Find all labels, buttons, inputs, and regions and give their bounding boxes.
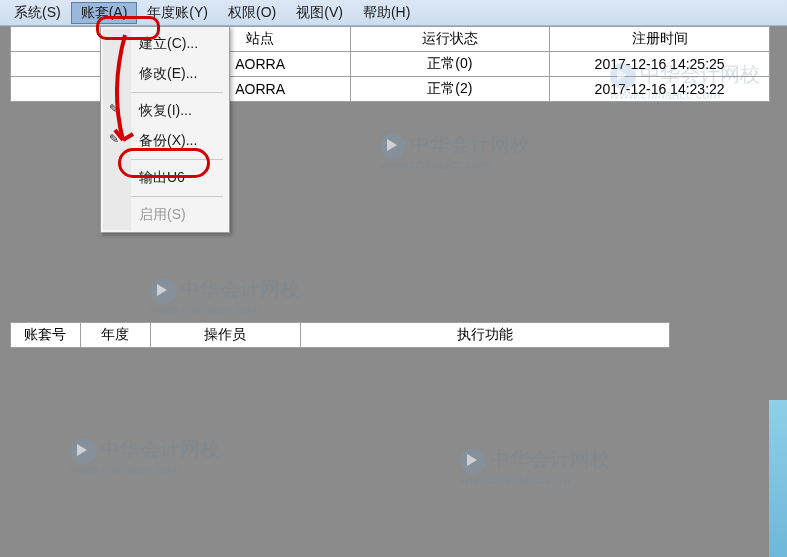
menu-item-enable[interactable]: 启用(S) bbox=[131, 200, 227, 230]
task-col-acct: 账套号 bbox=[11, 323, 81, 348]
pencil-icon: ✎ bbox=[109, 132, 119, 146]
menu-item-modify[interactable]: 修改(E)... bbox=[131, 59, 227, 89]
watermark-logo-icon bbox=[380, 133, 406, 159]
watermark: 中华会计网校 www.chinaacc.com bbox=[150, 276, 300, 317]
right-side-strip bbox=[769, 400, 787, 557]
lower-panel: 账套号 年度 操作员 执行功能 中华会计网校 www.chinaacc.com … bbox=[0, 316, 787, 557]
menu-item-backup-label: 备份(X)... bbox=[139, 132, 197, 148]
watermark-logo-icon bbox=[460, 448, 486, 474]
menu-separator bbox=[131, 92, 223, 93]
menu-view[interactable]: 视图(V) bbox=[286, 2, 353, 24]
watermark-logo-icon bbox=[150, 278, 176, 304]
menu-item-export[interactable]: 输出U6 bbox=[131, 163, 227, 193]
menu-system[interactable]: 系统(S) bbox=[4, 2, 71, 24]
cell-status: 正常(2) bbox=[350, 77, 550, 102]
cell-regtime: 2017-12-16 14:25:25 bbox=[550, 52, 770, 77]
col-header-regtime: 注册时间 bbox=[550, 27, 770, 52]
task-col-operator: 操作员 bbox=[150, 323, 300, 348]
watermark-logo-icon bbox=[70, 438, 96, 464]
menu-separator bbox=[131, 159, 223, 160]
account-dropdown: 建立(C)... 修改(E)... ✎ 恢复(I)... ✎ 备份(X)... … bbox=[100, 26, 230, 233]
menu-item-create[interactable]: 建立(C)... bbox=[131, 29, 227, 59]
menu-item-restore-label: 恢复(I)... bbox=[139, 102, 192, 118]
menu-year[interactable]: 年度账(Y) bbox=[137, 2, 218, 24]
task-col-func: 执行功能 bbox=[300, 323, 669, 348]
watermark: 中华会计网校 www.chinaacc.com bbox=[380, 131, 530, 172]
task-table: 账套号 年度 操作员 执行功能 bbox=[10, 322, 670, 348]
cell-regtime: 2017-12-16 14:23:22 bbox=[550, 77, 770, 102]
col-header-status: 运行状态 bbox=[350, 27, 550, 52]
watermark: 中华会计网校 www.chinaacc.com bbox=[460, 446, 610, 487]
pencil-icon: ✎ bbox=[109, 102, 119, 116]
menu-account[interactable]: 账套(A) bbox=[71, 2, 138, 24]
cell-status: 正常(0) bbox=[350, 52, 550, 77]
menu-item-restore[interactable]: ✎ 恢复(I)... bbox=[131, 96, 227, 126]
task-col-year: 年度 bbox=[80, 323, 150, 348]
menu-help[interactable]: 帮助(H) bbox=[353, 2, 420, 24]
menubar: 系统(S) 账套(A) 年度账(Y) 权限(O) 视图(V) 帮助(H) bbox=[0, 0, 787, 26]
menu-item-backup[interactable]: ✎ 备份(X)... bbox=[131, 126, 227, 156]
menu-separator bbox=[131, 196, 223, 197]
watermark: 中华会计网校 www.chinaacc.com bbox=[70, 436, 220, 477]
menu-permission[interactable]: 权限(O) bbox=[218, 2, 286, 24]
